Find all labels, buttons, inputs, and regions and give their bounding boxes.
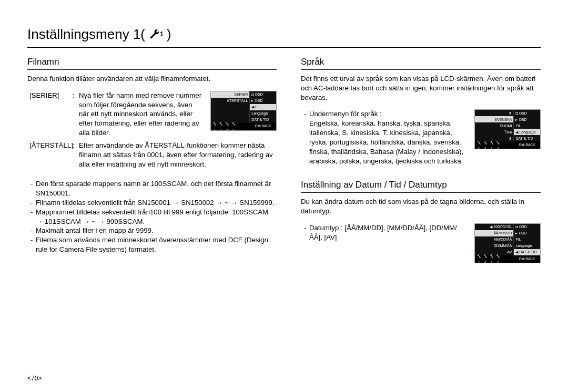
lcd-item: ◀FIL <box>250 104 276 110</box>
dash: - <box>304 223 309 242</box>
dash: - <box>31 226 36 235</box>
wrench-tab-icon: 🔧₁ <box>476 254 481 264</box>
def-term: [SERIER] <box>27 91 73 100</box>
lcd-item: ◘OSD <box>250 91 276 98</box>
lcd-item: ◘OSD <box>514 224 540 230</box>
def-table: [ÅTERSTÄLL] : Efter användande av ÅTERST… <box>27 141 277 169</box>
lcd-item: ◘OSD <box>514 110 540 116</box>
wrench-tab-icon: 🔧₃ <box>225 121 230 131</box>
lcd-datum: ◀2007/07/01◘OSD ÅÅ/MM/DD▸OSD MM/DD/ÅÅFIL… <box>474 223 541 263</box>
tri-icon: ◀ <box>490 224 492 229</box>
dash: - <box>31 179 36 198</box>
lcd-item: ÅÅ/MM/DD <box>475 230 514 236</box>
lcd-item: ◀DAT & TID <box>514 249 540 255</box>
section-datum-heading: Inställning av Datum / Tid / Datumtyp <box>301 179 541 193</box>
lcd-item: MM/DD/ÅÅ <box>475 236 514 243</box>
lcd-tabs: 🔧₁🔧₂🔧₃🔧₄ <box>211 123 250 130</box>
wrench-icon: 1 <box>148 29 164 40</box>
lcd-label: OSD <box>519 231 526 235</box>
section-sprak-heading: Språk <box>301 56 541 70</box>
dash: - <box>304 109 309 166</box>
lcd-item: FIL <box>514 122 540 129</box>
column-left: Filnamn Denna funktion tillåter användar… <box>27 56 277 263</box>
wrench-tab-icon: 🔧₁ <box>212 121 217 131</box>
dash: - <box>31 235 36 254</box>
lcd-label: Language <box>519 130 535 135</box>
def-table: [SERIER] : Nya filer får namn med remove… <box>27 91 203 138</box>
lcd-item <box>211 104 250 110</box>
wrench-tab-icon: 🔧₄ <box>231 121 236 131</box>
lcd-tabs: 🔧₁🔧₂🔧₃🔧₄ <box>475 141 514 149</box>
list-item: -Mappnumret tilldelas sekventiellt från1… <box>31 208 277 226</box>
datum-intro: Du kan ändra datum och tid som visas på … <box>301 197 541 216</box>
note-text: Den först sparade mappens namn är 100SSC… <box>36 179 277 198</box>
lcd-item: ÅTERSTÄLL <box>211 98 250 104</box>
lcd-bottom: 🔧₁🔧₂🔧₃🔧₄ Exit:BACK <box>475 255 540 263</box>
lcd-item: ◀Language <box>514 129 540 135</box>
lcd-label: OSD <box>255 98 262 103</box>
lcd-bottom: 🔧₁🔧₂🔧₃🔧₄ Exit:BACK <box>211 123 276 130</box>
wrench-tab-icon: 🔧₁ <box>476 140 481 150</box>
camera-icon: ◘ <box>515 111 518 116</box>
def-body: Efter användande av ÅTERSTÄLL-funktionen… <box>79 141 277 169</box>
title-end: ) <box>167 25 171 44</box>
wrench-tab-icon: 🔧₃ <box>489 140 494 150</box>
camera-icon: ◘ <box>251 92 253 97</box>
lcd-item: SUOMI <box>475 122 514 129</box>
datum-sub: -Datumtyp : [ÅÅ/MM/DD], [MM/DD/ÅÅ], [DD/… <box>301 223 467 242</box>
lcd-label: OSD <box>519 117 526 122</box>
sprak-body-with-lcd: -Undermenyn för språk :Engelska, koreans… <box>301 109 541 166</box>
dash: - <box>31 208 36 226</box>
list-item: -Maximalt antal filer i en mapp är 9999. <box>31 226 277 235</box>
lcd-exit: Exit:BACK <box>514 255 540 263</box>
lcd-item: DAT & TID <box>514 135 540 141</box>
section-filnamn-heading: Filnamn <box>27 56 277 70</box>
lcd-item: ◀2007/07/01 <box>475 224 514 230</box>
wrench-tab-icon: 🔧₄ <box>495 254 500 264</box>
note-text: Filnamn tilldelas sekventiellt från SN15… <box>36 198 277 208</box>
page: Inställningsmeny 1( 1 ) Filnamn Denna fu… <box>0 0 568 392</box>
note-text: Mappnumret tilldelas sekventiellt från10… <box>36 208 277 226</box>
wrench-tab-icon: 🔧₂ <box>482 140 488 150</box>
def-row-serier: [SERIER] : Nya filer får namn med remove… <box>27 91 203 138</box>
lcd-bottom: 🔧₁🔧₂🔧₃🔧₄ Exit:BACK <box>475 141 540 149</box>
play-icon: ▸ <box>515 117 518 122</box>
def-row-aterstall: [ÅTERSTÄLL] : Efter användande av ÅTERST… <box>27 141 277 169</box>
note-text: Filerna som används med minneskortet öve… <box>36 235 277 254</box>
def-body: Nya filer får namn med remove nummer som… <box>79 91 203 138</box>
lcd-item: FIL <box>514 236 540 243</box>
wrench-tab-icon: 🔧₃ <box>489 254 494 264</box>
tri-icon: ◀ <box>251 105 254 109</box>
page-number: <70> <box>27 374 42 383</box>
lcd-tabs: 🔧₁🔧₂🔧₃🔧₄ <box>475 255 514 263</box>
lcd-label: OSD <box>519 111 527 116</box>
lcd-label: 2007/07/01 <box>493 224 512 229</box>
columns: Filnamn Denna funktion tillåter användar… <box>27 56 541 263</box>
title-text: Inställningsmeny 1( <box>27 25 145 44</box>
lcd-item: DAT & TID <box>250 117 276 123</box>
dash: - <box>31 198 36 208</box>
wrench-tab-icon: 🔧₂ <box>482 254 488 264</box>
filnamn-notes: -Den först sparade mappens namn är 100SS… <box>27 179 277 254</box>
wrench-tab-icon: 🔧₂ <box>218 121 224 131</box>
filnamn-defs-with-lcd: [SERIER] : Nya filer får namn med remove… <box>27 91 277 141</box>
play-icon: ▸ <box>515 231 518 235</box>
lcd-item: ▸OSD <box>514 230 540 236</box>
def-term: [ÅTERSTÄLL] <box>27 141 73 150</box>
lcd-sprak: ⬆◘OSD SVENSKA▸OSD SUOMIFIL ไทย◀Language … <box>474 109 541 149</box>
column-right: Språk Det finns ett urval av språk som k… <box>301 56 541 263</box>
lcd-item: ▸OSD <box>250 98 276 104</box>
play-icon: ▸ <box>251 98 253 103</box>
def-sep: : <box>73 141 79 150</box>
lcd-label: FIL <box>255 105 260 109</box>
lcd-item: Language <box>250 110 276 117</box>
lcd-filnamn: SERIER◘OSD ÅTERSTÄLL▸OSD ◀FIL Language D… <box>210 91 277 131</box>
camera-icon: ◘ <box>515 224 518 229</box>
list-item: -Filnamn tilldelas sekventiellt från SN1… <box>31 198 277 208</box>
list-item: -Den först sparade mappens namn är 100SS… <box>31 179 277 198</box>
filnamn-intro: Denna funktion tillåter användaren att v… <box>27 74 277 84</box>
list-item: -Datumtyp : [ÅÅ/MM/DD], [MM/DD/ÅÅ], [DD/… <box>304 223 467 242</box>
lcd-exit: Exit:BACK <box>514 141 540 149</box>
lcd-label: OSD <box>255 92 263 97</box>
sprak-sublabel: Undermenyn för språk : <box>309 109 467 119</box>
